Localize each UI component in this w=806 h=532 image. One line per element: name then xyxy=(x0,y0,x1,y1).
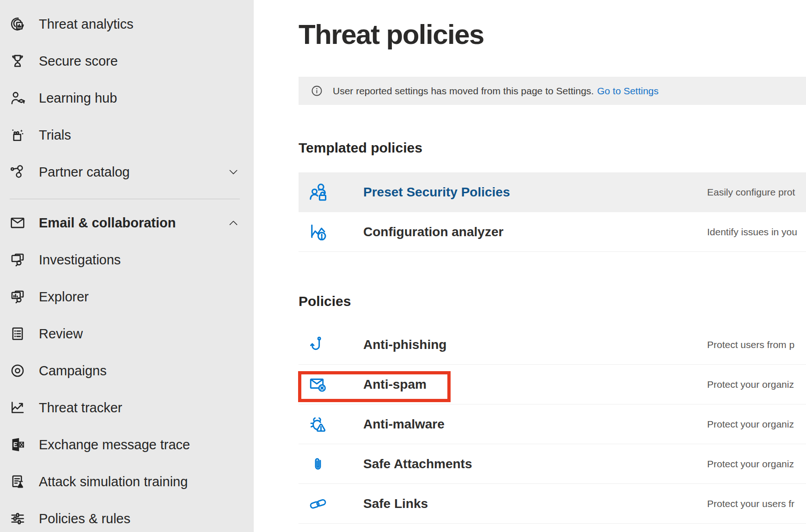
row-label: Safe Attachments xyxy=(363,457,707,471)
safe-attachments-icon xyxy=(299,453,363,475)
sidebar-item-label: Trials xyxy=(39,128,71,143)
row-label: Safe Links xyxy=(363,496,707,511)
email-icon xyxy=(8,214,27,232)
sidebar-item-threat-tracker[interactable]: Threat tracker xyxy=(0,389,254,426)
partner-catalog-icon xyxy=(8,163,27,181)
sidebar-item-policies-rules[interactable]: Policies & rules xyxy=(0,500,254,532)
sidebar-item-campaigns[interactable]: Campaigns xyxy=(0,352,254,389)
sidebar-item-label: Threat analytics xyxy=(39,17,134,32)
threat-tracker-icon xyxy=(8,398,27,417)
sidebar-item-attack-simulation-training[interactable]: Attack simulation training xyxy=(0,463,254,500)
row-description: Identify issues in you xyxy=(707,226,806,238)
sidebar-item-label: Attack simulation training xyxy=(39,474,188,489)
policies-rules-icon xyxy=(8,509,27,528)
chevron-up-icon xyxy=(227,216,240,229)
row-description: Protect your organiz xyxy=(707,379,806,390)
configuration-analyzer-icon xyxy=(299,221,363,243)
go-to-settings-link[interactable]: Go to Settings xyxy=(597,86,659,97)
threat-analytics-icon xyxy=(8,15,27,33)
templated-policies-list: Preset Security Policies Easily configur… xyxy=(299,172,806,252)
sidebar-item-label: Investigations xyxy=(39,252,121,268)
attack-simulation-icon xyxy=(8,472,27,491)
exchange-icon xyxy=(8,435,27,454)
preset-security-policies-icon xyxy=(299,181,363,203)
sidebar-item-secure-score[interactable]: Secure score xyxy=(0,43,254,79)
sidebar-item-partner-catalog[interactable]: Partner catalog xyxy=(0,153,254,190)
anti-spam-icon xyxy=(299,374,363,395)
row-description: Protect your users fr xyxy=(707,498,806,509)
sidebar-item-learning-hub[interactable]: Learning hub xyxy=(0,79,254,116)
sidebar: Threat analytics Secure score Learning h… xyxy=(0,0,254,532)
row-label: Configuration analyzer xyxy=(363,225,707,239)
row-description: Easily configure prot xyxy=(707,187,806,198)
sidebar-item-label: Email & collaboration xyxy=(39,215,176,231)
row-description: Protect users from p xyxy=(707,339,806,350)
sidebar-item-label: Partner catalog xyxy=(39,165,130,180)
page-title: Threat policies xyxy=(299,18,484,50)
row-safe-links[interactable]: Safe Links Protect your users fr xyxy=(299,484,806,524)
row-description: Protect your organiz xyxy=(707,419,806,430)
main-content: Threat policies User reported settings h… xyxy=(254,0,806,532)
policies-heading: Policies xyxy=(299,294,351,309)
sidebar-divider xyxy=(10,199,240,199)
templated-policies-heading: Templated policies xyxy=(299,140,422,156)
sidebar-item-exchange-message-trace[interactable]: Exchange message trace xyxy=(0,426,254,463)
sidebar-item-label: Campaigns xyxy=(39,363,107,379)
row-label: Anti-malware xyxy=(363,417,707,432)
sidebar-item-label: Learning hub xyxy=(39,91,117,106)
explorer-icon xyxy=(8,287,27,306)
row-safe-attachments[interactable]: Safe Attachments Protect your organiz xyxy=(299,444,806,484)
safe-links-icon xyxy=(299,493,363,514)
info-banner: User reported settings has moved from th… xyxy=(299,77,806,105)
row-anti-phishing[interactable]: Anti-phishing Protect users from p xyxy=(299,325,806,365)
sidebar-item-label: Review xyxy=(39,326,83,342)
sidebar-item-label: Policies & rules xyxy=(39,511,130,526)
row-label-link[interactable]: Preset Security Policies xyxy=(363,185,707,200)
row-label: Anti-spam xyxy=(363,377,707,392)
sidebar-item-label: Threat tracker xyxy=(39,400,122,416)
anti-malware-icon xyxy=(299,414,363,435)
sidebar-item-label: Explorer xyxy=(39,289,89,305)
investigations-icon xyxy=(8,251,27,269)
sidebar-item-explorer[interactable]: Explorer xyxy=(0,278,254,315)
sidebar-item-label: Exchange message trace xyxy=(39,437,190,453)
sidebar-item-threat-analytics[interactable]: Threat analytics xyxy=(0,6,254,43)
review-icon xyxy=(8,324,27,343)
info-banner-text: User reported settings has moved from th… xyxy=(333,86,594,97)
sidebar-item-investigations[interactable]: Investigations xyxy=(0,241,254,278)
campaigns-icon xyxy=(8,361,27,380)
chevron-down-icon xyxy=(227,165,240,178)
sidebar-item-review[interactable]: Review xyxy=(0,315,254,352)
row-label: Anti-phishing xyxy=(363,337,707,352)
row-anti-spam[interactable]: Anti-spam Protect your organiz xyxy=(299,365,806,404)
info-icon xyxy=(310,84,324,98)
secure-score-icon xyxy=(8,52,27,70)
row-anti-malware[interactable]: Anti-malware Protect your organiz xyxy=(299,404,806,444)
row-description: Protect your organiz xyxy=(707,459,806,470)
trials-icon xyxy=(8,126,27,144)
row-configuration-analyzer[interactable]: Configuration analyzer Identify issues i… xyxy=(299,212,806,252)
sidebar-item-email-collaboration[interactable]: Email & collaboration xyxy=(0,204,254,241)
sidebar-item-label: Secure score xyxy=(39,54,118,69)
learning-hub-icon xyxy=(8,89,27,107)
anti-phishing-icon xyxy=(299,334,363,355)
sidebar-item-trials[interactable]: Trials xyxy=(0,116,254,153)
policies-list: Anti-phishing Protect users from p Anti-… xyxy=(299,325,806,524)
row-preset-security-policies[interactable]: Preset Security Policies Easily configur… xyxy=(299,172,806,212)
